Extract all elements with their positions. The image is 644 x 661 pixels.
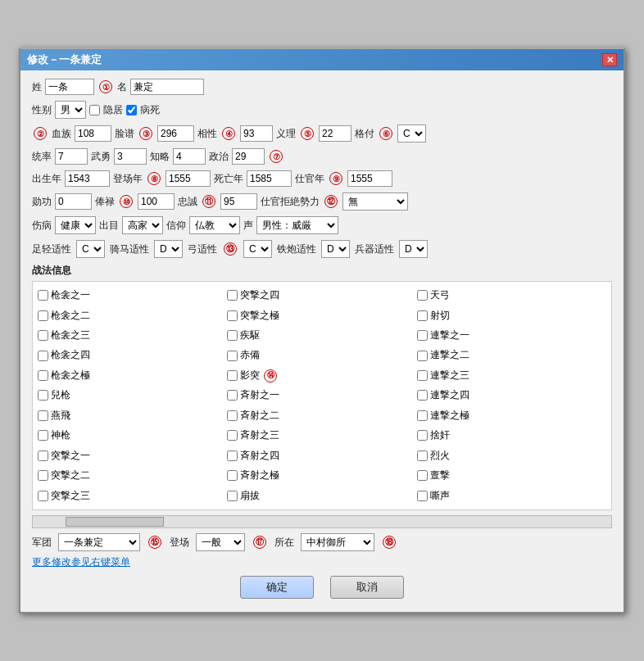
debut-label: 登场年 (113, 172, 143, 186)
merit-input[interactable] (55, 193, 92, 210)
tactic-checkbox[interactable] (227, 470, 238, 481)
tactic-label: 連撃之極 (430, 408, 469, 423)
tactic-checkbox[interactable] (227, 430, 238, 441)
tactic-checkbox[interactable] (38, 390, 48, 401)
deathyear-input[interactable] (247, 170, 292, 187)
tactic-checkbox[interactable] (38, 370, 48, 381)
morality-input[interactable] (319, 125, 351, 142)
surname-input[interactable] (45, 79, 94, 95)
voice-select[interactable]: 男性：威厳男性：勇壮 (256, 216, 338, 234)
bow-adapt-select[interactable]: CBASD (243, 240, 272, 258)
more-modify-link[interactable]: 更多修改参见右键菜单 (32, 555, 612, 569)
tactic-checkbox[interactable] (38, 330, 48, 341)
army-select[interactable]: 一条兼定今川义元 (58, 533, 140, 551)
valor-input[interactable] (114, 148, 147, 165)
tactic-checkbox[interactable] (227, 410, 238, 421)
tactic-checkbox[interactable] (417, 351, 428, 361)
politics-input[interactable] (232, 148, 265, 165)
foot-adapt-select[interactable]: CBASD (76, 240, 105, 258)
confirm-button[interactable]: 确定 (240, 576, 314, 599)
format-select[interactable]: CBAS (397, 125, 426, 143)
tactic-checkbox[interactable] (417, 390, 428, 401)
tactic-checkbox[interactable] (417, 491, 428, 501)
valor-label: 武勇 (91, 150, 111, 164)
injury-select[interactable]: 健康轻伤重伤 (55, 216, 96, 234)
debut-input[interactable] (166, 170, 211, 187)
tactic-checkbox[interactable] (38, 491, 48, 501)
tactic-checkbox[interactable] (38, 290, 48, 301)
tactic-label: 連撃之二 (430, 347, 469, 363)
circle10: ⑩ (120, 195, 133, 208)
tactic-checkbox[interactable] (417, 330, 428, 341)
tactic-checkbox[interactable] (38, 351, 48, 361)
circle7: ⑦ (270, 150, 283, 163)
cannon-adapt-select[interactable]: DCBAS (321, 240, 350, 258)
birthyear-label: 出生年 (32, 172, 61, 186)
charm-input[interactable] (240, 125, 273, 142)
tactic-checkbox[interactable] (227, 290, 238, 301)
origin-select[interactable]: 高家国人地侍 (122, 216, 163, 234)
tactic-label: 影突 (240, 368, 260, 383)
merit-label: 勋功 (32, 195, 52, 209)
tactic-item: 斉射之三 (227, 427, 416, 444)
tactic-checkbox[interactable] (417, 410, 428, 421)
loyalty-input[interactable] (220, 193, 257, 210)
tactic-checkbox[interactable] (227, 370, 238, 381)
blood-input[interactable] (75, 125, 111, 142)
content-area: 姓 ① 名 性别 男 女 隐居 病死 ② 血族 脸谱 ③ 相性 (20, 70, 624, 612)
tactic-label: 烈火 (430, 448, 450, 464)
gender-select[interactable]: 男 女 (55, 101, 86, 119)
hidden-checkbox[interactable] (89, 105, 100, 115)
circle3: ③ (139, 127, 152, 140)
dead-checkbox[interactable] (126, 105, 137, 115)
tactic-checkbox[interactable] (38, 410, 48, 421)
tactic-item: 兒枪 (38, 387, 227, 404)
cancel-button[interactable]: 取消 (330, 576, 404, 599)
scrollbar-thumb[interactable] (66, 517, 164, 527)
tactic-checkbox[interactable] (38, 430, 48, 441)
close-button[interactable]: ✕ (602, 53, 617, 66)
given-name-input[interactable] (130, 79, 204, 95)
tactic-checkbox[interactable] (227, 351, 238, 361)
birthyear-input[interactable] (65, 170, 110, 187)
weapon-adapt-select[interactable]: DCBAS (399, 240, 428, 258)
tactic-checkbox[interactable] (227, 310, 238, 321)
tactic-checkbox[interactable] (417, 370, 428, 381)
tactic-checkbox[interactable] (417, 450, 428, 461)
tactic-label: 斉射之極 (240, 468, 279, 483)
tactic-label: 亶撃 (430, 468, 450, 483)
tactic-checkbox[interactable] (227, 390, 238, 401)
tactic-checkbox[interactable] (417, 290, 428, 301)
tactic-checkbox[interactable] (227, 450, 238, 461)
injury-label: 伤病 (32, 219, 52, 233)
tactic-checkbox[interactable] (417, 430, 428, 441)
tactic-label: 扇拔 (240, 488, 260, 504)
scrollbar[interactable] (32, 515, 612, 528)
horse-adapt-select[interactable]: DCBAS (154, 240, 183, 258)
face-input[interactable] (157, 125, 194, 142)
control-input[interactable] (55, 148, 88, 165)
tactic-checkbox[interactable] (38, 470, 48, 481)
location-select[interactable]: 中村御所岡豊城 (301, 533, 374, 551)
tactic-checkbox[interactable] (38, 310, 48, 321)
tactic-item: 燕飛 (38, 407, 227, 424)
tactic-label: 連撃之三 (430, 368, 469, 383)
debut2-select[interactable]: 一般特殊 (196, 533, 245, 551)
faith-select[interactable]: 仏教神道切支丹 (189, 216, 240, 234)
cannon-adapt-label: 铁炮适性 (277, 242, 316, 256)
salary-input[interactable] (138, 193, 175, 210)
tactic-checkbox[interactable] (417, 310, 428, 321)
resist-select[interactable]: 無上杉武田徳川 (342, 192, 408, 211)
merit-row: 勋功 俸禄 ⑩ 忠誠 ⑪ 仕官拒絶勢力 ⑫ 無上杉武田徳川 (32, 192, 612, 211)
strategy-input[interactable] (173, 148, 206, 165)
tactic-checkbox[interactable] (227, 491, 238, 501)
tactic-item: 突撃之三 (38, 487, 227, 505)
resist-label: 仕官拒絶勢力 (261, 195, 320, 209)
tactic-checkbox[interactable] (38, 450, 48, 461)
surname-label: 姓 (32, 80, 42, 94)
buttons-row: 确定 取消 (32, 576, 612, 599)
tactic-checkbox[interactable] (417, 470, 428, 481)
politics-label: 政治 (209, 150, 229, 164)
tactic-checkbox[interactable] (227, 330, 238, 341)
officeyear-input[interactable] (347, 170, 392, 187)
